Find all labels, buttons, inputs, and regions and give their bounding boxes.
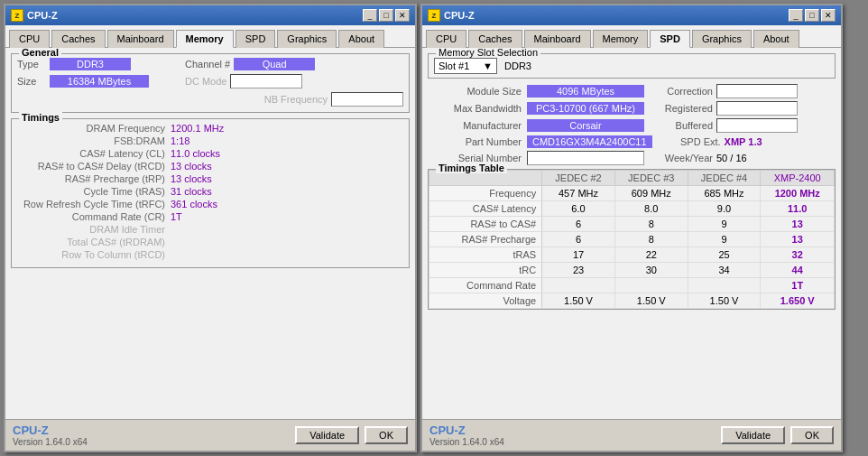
tras-jedec3: 22	[614, 247, 688, 263]
spd-ext-label: SPD Ext.	[652, 136, 725, 147]
left-tab-graphics[interactable]: Graphics	[277, 30, 337, 48]
cr-xmp: 1T	[761, 278, 835, 293]
left-tab-caches[interactable]: Caches	[51, 30, 105, 48]
ras-pre-jedec2: 6	[542, 232, 615, 247]
module-size-row: Module Size 4096 MBytes Correction	[428, 84, 836, 98]
left-title-text: CPU-Z	[27, 10, 58, 21]
timing-label-10: Row To Column (tRCD)	[17, 249, 171, 260]
ras-pre-row: RAS# Precharge 6 8 9 13	[429, 232, 835, 247]
timing-row-7: Command Rate (CR) 1T	[17, 211, 403, 222]
right-tab-about[interactable]: About	[753, 30, 799, 48]
slot-type-label: DDR3	[504, 60, 531, 71]
timing-label-7: Command Rate (CR)	[17, 211, 171, 222]
right-maximize-btn[interactable]: □	[805, 9, 819, 22]
left-validate-btn[interactable]: Validate	[295, 426, 359, 444]
left-tab-memory[interactable]: Memory	[176, 30, 234, 48]
cr-jedec3	[614, 278, 688, 293]
part-number-value: CMD16GX3M4A2400C11	[527, 135, 652, 148]
trc-jedec4: 34	[688, 263, 761, 278]
right-footer-left: CPU-Z Version 1.64.0 x64	[429, 423, 504, 447]
tras-jedec2: 17	[542, 247, 615, 263]
left-tab-mainboard[interactable]: Mainboard	[107, 30, 174, 48]
buffered-value	[716, 118, 798, 133]
right-title-buttons: _ □ ✕	[789, 9, 836, 22]
spd-ext-value: XMP 1.3	[725, 136, 788, 147]
trc-jedec3: 30	[614, 263, 688, 278]
right-version: Version 1.64.0 x64	[429, 437, 504, 447]
general-group: General Type DDR3 Channel # Quad Size 16…	[11, 53, 410, 113]
left-maximize-btn[interactable]: □	[379, 9, 393, 22]
right-close-btn[interactable]: ✕	[821, 9, 836, 22]
voltage-label: Voltage	[429, 293, 542, 309]
left-minimize-btn[interactable]: _	[363, 9, 377, 22]
registered-value	[716, 101, 798, 116]
cr-jedec2	[542, 278, 615, 293]
freq-label: Frequency	[429, 186, 542, 201]
size-value: 16384 MBytes	[50, 75, 149, 88]
left-app-icon: Z	[11, 9, 23, 22]
freq-xmp: 1200 MHz	[761, 186, 835, 201]
ras-cas-row: RAS# to CAS# 6 8 9 13	[429, 217, 835, 232]
part-number-label: Part Number	[428, 136, 527, 147]
cas-jedec3: 8.0	[614, 201, 688, 217]
right-tab-memory[interactable]: Memory	[593, 30, 649, 48]
left-footer-buttons: Validate OK	[295, 426, 408, 444]
nb-freq-value	[331, 92, 403, 107]
right-app-name: CPU-Z	[429, 423, 504, 437]
right-app-icon: Z	[428, 9, 440, 22]
left-tab-spd[interactable]: SPD	[235, 30, 276, 48]
left-title-left: Z CPU-Z	[11, 9, 58, 22]
right-tab-caches[interactable]: Caches	[468, 30, 522, 48]
timing-row-4: RAS# Precharge (tRP) 13 clocks	[17, 173, 403, 184]
timings-table-container: Timings Table JEDEC #2 JEDEC #3 JEDEC #4…	[428, 169, 836, 310]
slot-dropdown[interactable]: Slot #1 ▼	[434, 58, 497, 74]
timing-row-6: Row Refresh Cycle Time (tRFC) 361 clocks	[17, 199, 403, 209]
left-tab-bar: CPU Caches Mainboard Memory SPD Graphics…	[5, 25, 415, 48]
timing-value-6: 361 clocks	[171, 199, 225, 209]
cas-row: CAS# Latency 6.0 8.0 9.0 11.0	[429, 201, 835, 217]
left-ok-btn[interactable]: OK	[365, 426, 408, 444]
right-validate-btn[interactable]: Validate	[721, 426, 785, 444]
left-content: General Type DDR3 Channel # Quad Size 16…	[5, 48, 415, 419]
tras-jedec4: 25	[688, 247, 761, 263]
week-year-value: 50 / 16	[716, 153, 780, 163]
cas-jedec4: 9.0	[688, 201, 761, 217]
general-label: General	[19, 48, 61, 58]
slot-section-label: Memory Slot Selection	[436, 48, 540, 58]
cr-label: Command Rate	[429, 278, 542, 293]
timing-value-7: 1T	[171, 211, 225, 222]
timing-label-2: CAS# Latency (CL)	[17, 148, 171, 159]
ras-cas-xmp: 13	[761, 217, 835, 232]
left-app-name: CPU-Z	[13, 423, 88, 437]
right-tab-bar: CPU Caches Mainboard Memory SPD Graphics…	[422, 25, 841, 48]
right-tab-mainboard[interactable]: Mainboard	[524, 30, 591, 48]
tras-xmp: 32	[761, 247, 835, 263]
timing-label-3: RAS# to CAS# Delay (tRCD)	[17, 161, 171, 172]
timing-row-9: Total CAS# (tRDRAM)	[17, 237, 403, 247]
right-title-text: CPU-Z	[444, 10, 475, 21]
cas-label: CAS# Latency	[429, 201, 542, 217]
ras-cas-jedec3: 8	[614, 217, 688, 232]
serial-number-value	[527, 151, 644, 165]
col-header-1: JEDEC #2	[542, 171, 615, 186]
module-size-value: 4096 MBytes	[527, 85, 644, 98]
right-tab-graphics[interactable]: Graphics	[692, 30, 752, 48]
trc-jedec2: 23	[542, 263, 615, 278]
ras-cas-label: RAS# to CAS#	[429, 217, 542, 232]
max-bw-row: Max Bandwidth PC3-10700 (667 MHz) Regist…	[428, 101, 836, 116]
right-tab-cpu[interactable]: CPU	[426, 30, 466, 48]
left-tab-cpu[interactable]: CPU	[9, 30, 50, 48]
left-close-btn[interactable]: ✕	[395, 9, 410, 22]
freq-jedec2: 457 MHz	[542, 186, 615, 201]
right-tab-spd[interactable]: SPD	[650, 30, 690, 48]
type-label: Type	[17, 59, 50, 70]
left-title-bar: Z CPU-Z _ □ ✕	[5, 5, 415, 25]
right-minimize-btn[interactable]: _	[789, 9, 803, 22]
timing-value-2: 11.0 clocks	[171, 148, 225, 159]
type-value: DDR3	[50, 58, 131, 70]
voltage-xmp: 1.650 V	[761, 293, 835, 309]
right-ok-btn[interactable]: OK	[790, 426, 834, 444]
manufacturer-row: Manufacturer Corsair Buffered	[428, 118, 836, 133]
left-tab-about[interactable]: About	[338, 30, 384, 48]
cas-jedec2: 6.0	[542, 201, 615, 217]
